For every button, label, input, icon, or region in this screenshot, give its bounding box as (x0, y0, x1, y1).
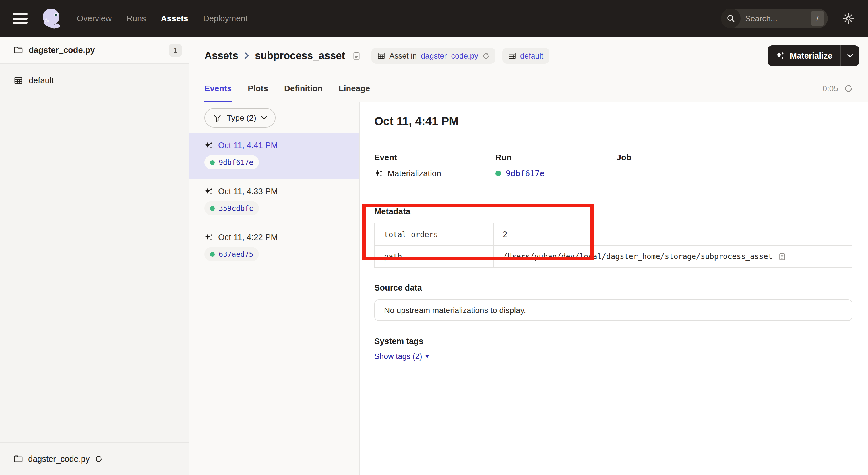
event-title: Oct 11, 4:41 PM (374, 115, 852, 128)
metadata-key: path (375, 246, 494, 267)
tab-plots[interactable]: Plots (248, 75, 268, 102)
settings-gear-icon[interactable] (843, 12, 854, 24)
tab-events[interactable]: Events (205, 75, 231, 102)
grid-icon (377, 52, 385, 60)
sidebar-item-label: dagster_code.py (29, 46, 95, 55)
metadata-extra-cell (836, 224, 852, 245)
metadata-row: path /Users/yuhan/dev/local/dagster_home… (375, 245, 852, 267)
metadata-extra-cell (836, 246, 852, 267)
nav-link-runs[interactable]: Runs (127, 14, 146, 23)
grid-icon (508, 52, 516, 60)
materialize-label: Materialize (790, 51, 832, 60)
run-id-badge[interactable]: 359cdbfc (205, 201, 259, 215)
tag-prefix: Asset in (389, 51, 417, 60)
code-location-link[interactable]: dagster_code.py (421, 51, 478, 60)
nav-link-deployment[interactable]: Deployment (203, 14, 248, 23)
page-title: subprocess_asset (255, 50, 345, 62)
job-value: — (617, 169, 625, 178)
dagster-logo[interactable] (40, 7, 63, 30)
metadata-heading: Metadata (374, 207, 852, 216)
sidebar-item-default[interactable]: default (0, 69, 189, 92)
event-row[interactable]: Oct 11, 4:33 PM 359cdbfc (189, 179, 360, 225)
sparkle-icon (776, 51, 785, 60)
main-content: Assets subprocess_asset Asset in dagster… (189, 37, 868, 475)
run-id-link[interactable]: 359cdbfc (219, 204, 253, 212)
funnel-icon (213, 113, 222, 122)
run-status-dot (210, 252, 215, 257)
sidebar-group-label: default (29, 76, 54, 85)
run-id-link[interactable]: 637aed75 (219, 250, 253, 259)
run-id-badge[interactable]: 637aed75 (205, 247, 259, 261)
materialization-sparkle-icon (205, 187, 213, 196)
system-tags-heading: System tags (374, 336, 852, 346)
run-id-link[interactable]: 9dbf617e (506, 169, 545, 178)
copy-asset-name-icon[interactable] (352, 51, 361, 60)
caret-down-icon: ▾ (426, 353, 429, 360)
hamburger-menu-icon[interactable] (12, 13, 28, 24)
run-label: Run (495, 153, 617, 162)
show-tags-link[interactable]: Show tags (2) ▾ (374, 352, 429, 361)
run-status-dot (495, 171, 501, 176)
type-filter-button[interactable]: Type (2) (205, 108, 276, 127)
job-label: Job (617, 153, 738, 162)
top-nav-right: Search... / (721, 9, 854, 28)
refresh-icon[interactable] (844, 84, 853, 93)
breadcrumb: Assets subprocess_asset (205, 50, 361, 62)
chevron-down-icon (261, 116, 267, 119)
nav-link-assets[interactable]: Assets (161, 14, 188, 23)
asset-tags: Asset in dagster_code.py default (371, 48, 549, 64)
sidebar: dagster_code.py 1 default dagster_code.p… (0, 37, 189, 475)
event-detail-panel: Oct 11, 4:41 PM Event Materialization Ru… (360, 102, 868, 475)
run-id-badge[interactable]: 9dbf617e (205, 155, 259, 170)
primary-nav: Overview Runs Assets Deployment (77, 14, 247, 23)
search-input[interactable]: Search... / (721, 9, 828, 28)
asset-group-link[interactable]: default (520, 51, 544, 60)
top-nav: Overview Runs Assets Deployment Search..… (0, 0, 868, 37)
run-id-link[interactable]: 9dbf617e (219, 158, 253, 167)
nav-link-overview[interactable]: Overview (77, 14, 112, 23)
reload-icon[interactable] (482, 52, 490, 59)
run-status-dot (210, 206, 215, 210)
copy-path-icon[interactable] (778, 252, 786, 261)
sidebar-footer-label: dagster_code.py (28, 454, 90, 464)
tabs: Events Plots Definition Lineage (205, 75, 370, 102)
breadcrumb-assets-link[interactable]: Assets (205, 50, 238, 62)
refresh-timer: 0:05 (823, 84, 838, 93)
folder-icon (14, 46, 23, 55)
asset-group-tag: default (502, 48, 549, 64)
divider (374, 191, 852, 191)
materialize-caret-button[interactable] (841, 46, 859, 66)
metadata-value: /Users/yuhan/dev/local/dagster_home/stor… (494, 246, 836, 267)
job-column: Job — (617, 153, 738, 178)
source-data-empty-message: No upstream materializations to display. (384, 305, 526, 315)
tab-lineage[interactable]: Lineage (339, 75, 370, 102)
path-link[interactable]: /Users/yuhan/dev/local/dagster_home/stor… (503, 252, 772, 261)
asset-group-icon (14, 76, 23, 85)
materialization-sparkle-icon (374, 169, 383, 178)
event-time-link[interactable]: Oct 11, 4:41 PM (218, 141, 278, 150)
reload-icon[interactable] (95, 455, 103, 463)
sidebar-item-dagster-code[interactable]: dagster_code.py 1 (0, 37, 189, 64)
type-filter-label: Type (2) (227, 113, 256, 122)
event-summary-columns: Event Materialization Run 9dbf617e (374, 153, 852, 178)
dagster-app: Overview Runs Assets Deployment Search..… (0, 0, 868, 475)
event-column: Event Materialization (374, 153, 495, 178)
event-row[interactable]: Oct 11, 4:22 PM 637aed75 (189, 225, 360, 271)
run-column: Run 9dbf617e (495, 153, 617, 178)
materialize-button[interactable]: Materialize (768, 46, 840, 66)
event-time-link[interactable]: Oct 11, 4:33 PM (218, 187, 278, 196)
source-data-box: No upstream materializations to display. (374, 299, 852, 321)
caret-down-icon (847, 54, 853, 57)
filter-bar: Type (2) (189, 102, 360, 133)
materialize-split-button: Materialize (768, 46, 859, 66)
metadata-value: 2 (494, 224, 836, 245)
tab-definition[interactable]: Definition (284, 75, 322, 102)
event-type-value: Materialization (388, 169, 441, 178)
run-status-dot (210, 160, 215, 165)
metadata-row: total_orders 2 (375, 224, 852, 245)
refresh-area: 0:05 (823, 84, 854, 93)
event-time-link[interactable]: Oct 11, 4:22 PM (218, 233, 278, 242)
show-tags-label: Show tags (2) (374, 352, 422, 361)
event-row[interactable]: Oct 11, 4:41 PM 9dbf617e (189, 133, 360, 179)
sidebar-footer-item[interactable]: dagster_code.py (0, 442, 189, 475)
